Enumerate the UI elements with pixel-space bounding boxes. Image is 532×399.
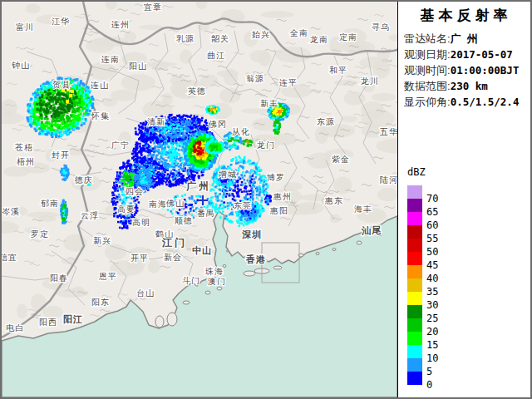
city-label: 新丰 xyxy=(260,99,278,108)
city-label: 阳西 xyxy=(39,318,57,327)
city-label: 恩平 xyxy=(98,272,117,281)
legend-swatch xyxy=(407,212,422,225)
city-label: 清新 xyxy=(147,117,165,126)
city-label: 南海 xyxy=(149,200,167,209)
legend-entry: 45 xyxy=(407,252,422,265)
legend-swatch xyxy=(407,185,422,199)
product-title: 基本反射率 xyxy=(398,2,530,31)
legend-entry: 5 xyxy=(407,358,422,372)
city-label: 怀集 xyxy=(91,111,110,121)
city-label: 韶关 xyxy=(211,34,229,43)
echo-cell xyxy=(71,90,74,93)
city-label: 英德 xyxy=(188,86,206,96)
city-label: 东源 xyxy=(317,117,335,126)
city-label: 梧州 xyxy=(17,157,35,166)
city-label: 阳江 xyxy=(63,314,83,324)
city-label: 佛山 xyxy=(165,199,185,208)
info-row-time: 观测时间:01:00:00BJT xyxy=(404,62,530,78)
date-label: 观测日期: xyxy=(404,48,451,61)
legend-swatch xyxy=(407,265,422,278)
legend-entry: 25 xyxy=(407,305,422,318)
legend-entry: 20 xyxy=(407,318,422,332)
legend-value: 5 xyxy=(426,366,432,377)
legend-value: 25 xyxy=(426,313,438,324)
city-label: 广州 xyxy=(185,180,211,192)
info-row-station: 雷达站名:广 州 xyxy=(404,31,530,47)
city-label: 岑溪 xyxy=(2,207,20,216)
city-label: 惠阳 xyxy=(269,206,288,215)
echo-cell xyxy=(66,88,70,91)
legend-swatch xyxy=(407,318,422,332)
city-label: 惠州 xyxy=(273,192,292,201)
city-label: 定南 xyxy=(339,32,357,42)
city-label: 龙南 xyxy=(310,35,328,44)
legend-entry: 60 xyxy=(407,212,422,225)
city-label: 台山 xyxy=(136,288,155,298)
city-label: 全南 xyxy=(289,28,308,37)
city-label: 陆河 xyxy=(380,175,397,185)
city-label: 电白 xyxy=(6,323,24,332)
city-label: 信宜 xyxy=(2,253,17,262)
legend-swatch xyxy=(407,345,422,358)
city-label: 郁南 xyxy=(41,199,59,208)
legend-swatch xyxy=(407,332,422,345)
city-label: 澳门 xyxy=(208,277,226,286)
legend-swatch xyxy=(407,252,422,265)
station-value: 广 州 xyxy=(451,32,478,45)
city-label: 阳春 xyxy=(50,273,68,283)
city-label: 贺县 xyxy=(52,80,71,89)
city-label: 阳山 xyxy=(129,62,147,71)
legend-value: 0 xyxy=(426,379,432,391)
legend-entry: 55 xyxy=(407,225,422,239)
legend-value: 60 xyxy=(426,219,438,231)
city-label: 翁源 xyxy=(246,74,264,83)
legend-swatch xyxy=(407,358,422,372)
city-label: 富川 xyxy=(16,22,34,32)
city-label: 四会 xyxy=(126,187,144,196)
legend-value: 30 xyxy=(426,299,438,311)
legend-swatch xyxy=(407,292,422,305)
legend-value: 40 xyxy=(426,273,438,284)
city-label: 寻乌 xyxy=(372,22,390,32)
legend-swatch xyxy=(407,305,422,318)
city-label: 斗门 xyxy=(182,276,200,285)
legend-value: 65 xyxy=(426,206,438,218)
legend-entries: 7065605550454035302520151050 xyxy=(407,185,426,385)
echo-cell xyxy=(69,94,72,97)
legend-entry: 30 xyxy=(407,292,422,305)
range-value: 230 km xyxy=(451,80,488,92)
city-label: 曲江 xyxy=(207,51,225,60)
city-label: 连南 xyxy=(101,55,120,64)
dbz-legend: dBZ 7065605550454035302520151050 xyxy=(407,166,426,385)
legend-swatch xyxy=(407,225,422,239)
legend-entry: 0 xyxy=(407,372,422,385)
observation-info: 雷达站名:广 州 观测日期:2017-05-07 观测时间:01:00:00BJ… xyxy=(398,31,530,110)
city-label: 江华 xyxy=(52,17,70,26)
info-row-date: 观测日期:2017-05-07 xyxy=(404,47,530,62)
city-label: 顺德 xyxy=(175,216,193,225)
legend-value: 70 xyxy=(426,193,438,204)
city-label: 番禺 xyxy=(197,209,215,218)
legend-swatch xyxy=(407,278,422,292)
city-label: 龙川 xyxy=(361,76,379,86)
legend-entry: 10 xyxy=(407,345,422,358)
time-value: 01:00:00BJT xyxy=(451,64,520,76)
city-label: 连山 xyxy=(91,81,109,90)
legend-swatch xyxy=(407,239,422,252)
city-label: 珠海 xyxy=(204,267,224,276)
info-panel: 基本反射率 雷达站名:广 州 观测日期:2017-05-07 观测时间:01:0… xyxy=(397,2,530,397)
legend-value: 50 xyxy=(426,246,438,258)
city-label: 高要 xyxy=(117,204,135,214)
date-value: 2017-05-07 xyxy=(451,48,513,61)
city-label: 五华 xyxy=(380,127,397,136)
city-label: 乳源 xyxy=(176,34,195,43)
city-label: 连州 xyxy=(111,20,130,29)
city-label: 香港 xyxy=(245,254,266,264)
city-label: 佛冈 xyxy=(208,120,227,129)
city-label: 新兴 xyxy=(93,236,111,245)
radar-map[interactable]: 富川江华连州钟山连南贺县连山怀集宜章乳源韶关曲江阳山始兴翁源英德新丰清新佛冈从化… xyxy=(2,2,397,397)
city-label: 新会 xyxy=(164,253,182,262)
city-label: 博罗 xyxy=(266,173,285,182)
radar-map-canvas: 富川江华连州钟山连南贺县连山怀集宜章乳源韶关曲江阳山始兴翁源英德新丰清新佛冈从化… xyxy=(2,2,397,397)
legend-entry: 40 xyxy=(407,265,422,278)
